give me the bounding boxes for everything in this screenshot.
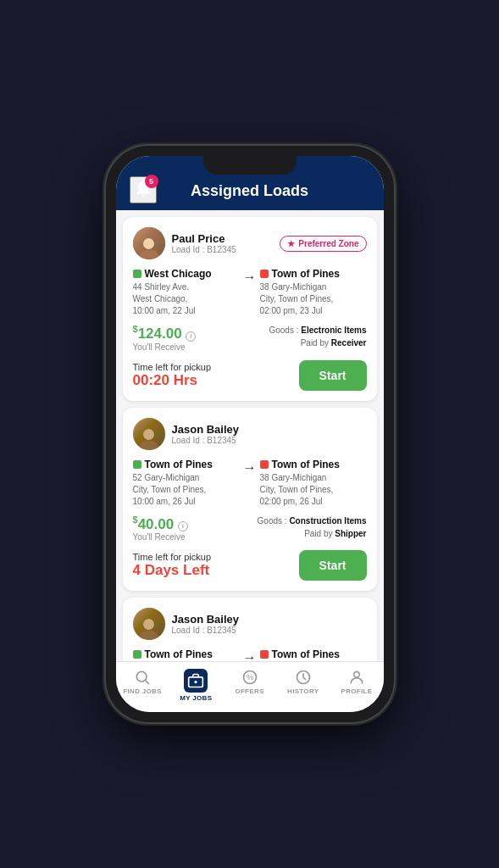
avatar-2 xyxy=(133,418,165,450)
page-title: Assigned Loads xyxy=(191,182,308,200)
route-row-2: Town of Pines 52 Gary-MichiganCity, Town… xyxy=(133,459,367,508)
start-button-1[interactable]: Start xyxy=(299,360,367,391)
origin-name-1: West Chicago xyxy=(133,268,240,280)
origin-name-3: Town of Pines xyxy=(133,648,240,660)
goods-section-2: Goods : Construction Items Paid by Shipp… xyxy=(258,515,367,540)
avatar-1 xyxy=(133,227,165,259)
notification-badge: 5 xyxy=(145,175,158,188)
origin-dot-1 xyxy=(133,270,141,278)
goods-section-1: Goods : Electronic Items Paid by Receive… xyxy=(269,324,366,349)
price-info-icon-2[interactable]: i xyxy=(178,521,188,531)
history-icon xyxy=(295,669,312,686)
nav-label-profile: PROFILE xyxy=(341,687,373,695)
driver-info-3: Jason Bailey Load Id : B12345 xyxy=(133,608,240,640)
destination-dot-2 xyxy=(260,460,269,469)
route-arrow-1: → xyxy=(243,268,257,285)
pickup-row-1: Time left for pickup 00:20 Hrs Start xyxy=(133,360,367,391)
origin-address-2: 52 Gary-MichiganCity, Town of Pines,10:0… xyxy=(133,472,240,508)
nav-label-offers: OFFERS xyxy=(235,687,263,695)
driver-load-id-1: Load Id : B12345 xyxy=(172,245,236,254)
price-value-1: $124.00 i xyxy=(133,324,197,342)
price-section-2: $40.00 i You'll Receive xyxy=(133,515,188,542)
pickup-label-1: Time left for pickup xyxy=(133,362,212,372)
destination-dot-3 xyxy=(260,650,269,659)
preferred-badge-label: Preferred Zone xyxy=(298,239,358,248)
load-card-1: Paul Price Load Id : B12345 ★ Preferred … xyxy=(123,217,377,401)
card-header-3: Jason Bailey Load Id : B12345 xyxy=(133,608,367,640)
driver-name-3: Jason Bailey xyxy=(172,613,240,626)
origin-3: Town of Pines 52 Gary-MichiganCity, Town… xyxy=(133,648,240,661)
paid-by-2: Shipper xyxy=(335,529,366,538)
avatar-3 xyxy=(133,608,165,640)
paid-by-1: Receiver xyxy=(331,338,367,348)
my-jobs-icon xyxy=(184,669,208,693)
pickup-time-2: 4 Days Left xyxy=(133,562,212,579)
nav-history[interactable]: HISTORY xyxy=(276,667,330,704)
driver-name-1: Paul Price xyxy=(172,232,236,245)
destination-address-2: 38 Gary-MichiganCity, Town of Pines,02:0… xyxy=(260,472,367,508)
nav-label-my-jobs: MY JOBS xyxy=(180,694,212,702)
driver-name-2: Jason Bailey xyxy=(172,423,240,436)
nav-find-jobs[interactable]: FIND JOBS xyxy=(116,667,169,704)
destination-1: Town of Pines 38 Gary-MichiganCity, Town… xyxy=(260,268,367,317)
svg-text:%: % xyxy=(246,673,252,682)
driver-name-group-2: Jason Bailey Load Id : B12345 xyxy=(172,423,240,445)
nav-offers[interactable]: % OFFERS xyxy=(223,667,276,704)
pickup-row-2: Time left for pickup 4 Days Left Start xyxy=(133,550,367,581)
price-goods-1: $124.00 i You'll Receive Goods : Electro… xyxy=(133,324,367,352)
price-section-1: $124.00 i You'll Receive xyxy=(133,324,197,352)
nav-label-history: HISTORY xyxy=(287,687,319,695)
destination-address-1: 38 Gary-MichiganCity, Town of Pines,02:0… xyxy=(260,281,367,317)
star-icon: ★ xyxy=(287,239,295,248)
price-value-2: $40.00 i xyxy=(133,515,188,533)
route-arrow-3: → xyxy=(243,648,257,661)
destination-name-1: Town of Pines xyxy=(260,268,367,280)
driver-name-group-3: Jason Bailey Load Id : B12345 xyxy=(172,613,240,635)
start-button-2[interactable]: Start xyxy=(299,550,367,581)
nav-my-jobs[interactable]: MY JOBS xyxy=(169,667,223,704)
driver-name-group-1: Paul Price Load Id : B12345 xyxy=(172,232,236,254)
card-header-2: Jason Bailey Load Id : B12345 xyxy=(133,418,367,450)
find-jobs-icon xyxy=(134,669,151,686)
phone-frame: 5 Assigned Loads xyxy=(106,146,394,722)
price-label-2: You'll Receive xyxy=(133,532,188,542)
origin-dot-3 xyxy=(133,650,141,659)
load-card-2: Jason Bailey Load Id : B12345 Town of Pi… xyxy=(123,408,377,592)
svg-line-1 xyxy=(146,681,149,684)
origin-dot-2 xyxy=(133,460,141,469)
bottom-navigation: FIND JOBS MY JOBS % xyxy=(116,661,384,712)
notification-button[interactable]: 5 xyxy=(130,176,157,203)
route-arrow-2: → xyxy=(243,459,257,476)
driver-info-2: Jason Bailey Load Id : B12345 xyxy=(133,418,240,450)
pickup-label-2: Time left for pickup xyxy=(133,552,212,562)
bell-icon: 5 xyxy=(131,178,155,202)
nav-profile[interactable]: PROFILE xyxy=(330,667,383,704)
svg-point-8 xyxy=(354,671,360,677)
nav-label-find-jobs: FIND JOBS xyxy=(123,687,161,695)
preferred-zone-badge: ★ Preferred Zone xyxy=(280,236,366,252)
price-label-1: You'll Receive xyxy=(133,342,197,352)
destination-name-2: Town of Pines xyxy=(260,459,367,470)
route-row-3: Town of Pines 52 Gary-MichiganCity, Town… xyxy=(133,648,367,661)
destination-dot-1 xyxy=(260,270,269,278)
goods-type-2: Construction Items xyxy=(289,516,366,526)
price-info-icon-1[interactable]: i xyxy=(186,331,196,342)
origin-2: Town of Pines 52 Gary-MichiganCity, Town… xyxy=(133,459,240,508)
origin-1: West Chicago 44 Shirley Ave.West Chicago… xyxy=(133,268,240,317)
driver-info-1: Paul Price Load Id : B12345 xyxy=(133,227,236,259)
load-card-3: Jason Bailey Load Id : B12345 Town of Pi… xyxy=(123,598,377,661)
phone-notch xyxy=(203,156,297,175)
driver-load-id-2: Load Id : B12345 xyxy=(172,436,240,445)
pickup-time-1: 00:20 Hrs xyxy=(133,372,212,389)
goods-type-1: Electronic Items xyxy=(301,326,366,335)
route-row-1: West Chicago 44 Shirley Ave.West Chicago… xyxy=(133,268,367,317)
pickup-info-1: Time left for pickup 00:20 Hrs xyxy=(133,362,212,389)
profile-icon xyxy=(348,669,365,686)
destination-name-3: Town of Pines xyxy=(260,648,367,660)
offers-icon: % xyxy=(241,669,258,686)
content-area: Paul Price Load Id : B12345 ★ Preferred … xyxy=(116,210,384,661)
origin-name-2: Town of Pines xyxy=(133,459,240,470)
phone-screen: 5 Assigned Loads xyxy=(116,156,384,712)
origin-address-1: 44 Shirley Ave.West Chicago,10:00 am, 22… xyxy=(133,281,240,317)
driver-load-id-3: Load Id : B12345 xyxy=(172,626,240,635)
